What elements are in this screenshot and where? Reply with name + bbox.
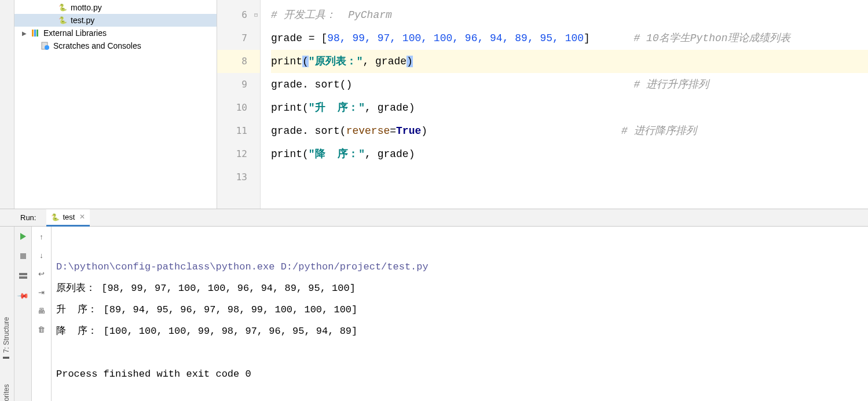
console-exit: Process finished with exit code 0: [56, 363, 863, 385]
chevron-right-icon[interactable]: ▶: [20, 29, 28, 37]
run-header: Run: test ✕: [0, 209, 868, 227]
python-file-icon: [58, 3, 67, 12]
tree-item-test[interactable]: test.py: [14, 14, 217, 27]
code-line[interactable]: grade. sort(reverse=True) # 进行降序排列: [271, 119, 868, 143]
run-tab-test[interactable]: test ✕: [46, 209, 90, 227]
line-number: 8: [217, 50, 260, 73]
line-number: 13: [217, 166, 260, 189]
tree-label: test.py: [71, 16, 94, 25]
code-line[interactable]: [271, 166, 868, 189]
console-output[interactable]: D:\python\config-pathclass\python.exe D:…: [52, 227, 868, 401]
code-line[interactable]: print("降 序：", grade): [271, 143, 868, 166]
code-line[interactable]: print("升 序：", grade): [271, 96, 868, 119]
fold-icon[interactable]: ⊟: [254, 3, 258, 27]
editor-gutter: 6⊟ 7 8 9 10 11 12 13: [217, 0, 261, 209]
line-number: 10: [217, 96, 260, 119]
console-command: D:\python\config-pathclass\python.exe D:…: [56, 256, 863, 278]
code-content[interactable]: # 开发工具： PyCharm grade = [98, 99, 97, 100…: [261, 0, 868, 209]
svg-rect-0: [32, 30, 34, 37]
library-icon: [31, 28, 40, 38]
run-label: Run:: [20, 213, 36, 222]
tree-item-motto[interactable]: motto.py: [14, 1, 217, 14]
python-file-icon: [58, 16, 67, 25]
line-number: 11: [217, 119, 260, 143]
code-line[interactable]: # 开发工具： PyCharm: [271, 3, 868, 27]
scratches-icon: [41, 41, 50, 50]
run-toolbar-primary: 📌: [14, 227, 32, 401]
down-icon[interactable]: ↓: [36, 250, 47, 260]
left-tool-tabs: ▬7: Structure ★2: Favorites: [0, 227, 14, 401]
python-file-icon: [51, 213, 63, 221]
svg-rect-2: [36, 30, 38, 37]
svg-rect-5: [20, 253, 26, 259]
soft-wrap-icon[interactable]: ↩: [36, 268, 47, 279]
console-line: 原列表： [98, 99, 97, 100, 100, 96, 94, 89, …: [56, 278, 863, 299]
line-number: 12: [217, 143, 260, 166]
console-line: 升 序： [89, 94, 95, 96, 97, 98, 99, 100, 1…: [56, 299, 863, 320]
svg-rect-6: [19, 273, 27, 275]
trash-icon[interactable]: 🗑: [36, 324, 47, 334]
line-number: 9: [217, 73, 260, 96]
line-number: 6⊟: [217, 3, 260, 27]
layout-icon[interactable]: [18, 271, 28, 281]
code-line[interactable]: grade = [98, 99, 97, 100, 100, 96, 94, 8…: [271, 27, 868, 50]
console-blank: [56, 342, 863, 363]
svg-rect-7: [19, 276, 27, 279]
code-line[interactable]: grade. sort() # 进行升序排列: [271, 73, 868, 96]
line-number: 7: [217, 27, 260, 50]
up-icon[interactable]: ↑: [36, 231, 47, 242]
print-icon[interactable]: 🖶: [36, 305, 47, 316]
close-icon[interactable]: ✕: [79, 213, 85, 221]
pin-icon[interactable]: 📌: [16, 288, 30, 302]
code-editor[interactable]: 6⊟ 7 8 9 10 11 12 13 # 开发工具： PyCharm gra…: [217, 0, 868, 209]
tree-label: Scratches and Consoles: [53, 41, 141, 50]
svg-point-4: [45, 45, 49, 50]
stop-icon[interactable]: [18, 251, 28, 261]
rerun-icon[interactable]: [18, 231, 28, 242]
left-gutter-stripe: [0, 0, 14, 209]
tree-item-external-libs[interactable]: ▶ External Libraries: [14, 27, 217, 39]
favorites-tool-tab[interactable]: ★2: Favorites: [2, 384, 10, 401]
tree-item-scratches[interactable]: Scratches and Consoles: [14, 39, 217, 52]
run-tool-window: Run: test ✕ ▬7: Structure ★2: Favorites …: [0, 209, 868, 401]
run-tab-name: test: [63, 213, 75, 221]
code-line[interactable]: print("原列表：", grade): [271, 50, 868, 73]
project-tree[interactable]: motto.py test.py ▶ External Libraries Sc…: [14, 0, 217, 209]
structure-tool-tab[interactable]: ▬7: Structure: [2, 317, 10, 362]
run-toolbar-secondary: ↑ ↓ ↩ ⇥ 🖶 🗑: [32, 227, 52, 401]
tree-label: External Libraries: [43, 28, 107, 38]
svg-rect-1: [34, 30, 36, 37]
console-line: 降 序： [100, 100, 100, 99, 98, 97, 96, 95,…: [56, 320, 863, 342]
tree-label: motto.py: [71, 3, 102, 12]
scroll-end-icon[interactable]: ⇥: [36, 287, 47, 297]
